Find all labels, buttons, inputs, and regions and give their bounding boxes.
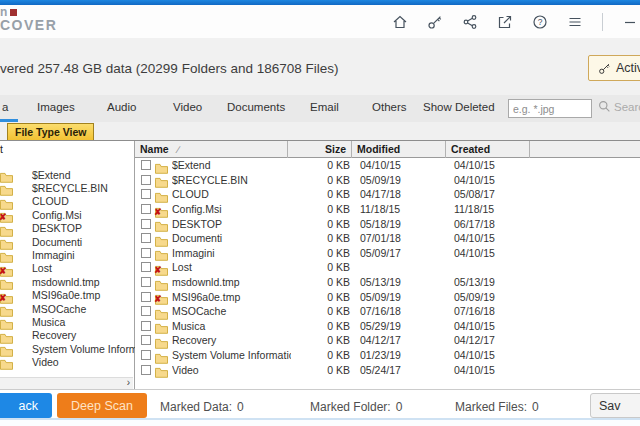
menu-icon[interactable]	[567, 14, 583, 30]
table-row[interactable]: ✘ Video 0 KB 05/24/17 04/10/15	[135, 362, 640, 377]
deep-scan-button[interactable]: Deep Scan	[57, 393, 147, 418]
file-table: Name∕ Size Modified Created ✘ $Extend 0 …	[135, 141, 640, 390]
row-checkbox[interactable]	[141, 233, 151, 243]
table-row[interactable]: ✘ MSOCache 0 KB 07/16/18 07/16/18	[135, 304, 640, 319]
tree-horizontal-scrollbar[interactable]: ›	[0, 377, 133, 389]
table-row[interactable]: ✘ CLOUD 0 KB 04/17/18 05/08/17	[135, 187, 640, 202]
search-input[interactable]	[508, 99, 592, 118]
tree-item-label: Recovery	[32, 329, 76, 341]
table-row[interactable]: ✘ DESKTOP 0 KB 05/18/19 06/17/18	[135, 216, 640, 231]
row-checkbox[interactable]	[141, 292, 151, 302]
folder-icon: ✘	[0, 236, 13, 247]
row-checkbox[interactable]	[141, 306, 151, 316]
table-row[interactable]: ✘ Immagini 0 KB 05/09/17 04/10/15	[135, 246, 640, 261]
cell-name: MSI96a0e.tmp	[172, 291, 291, 303]
activate-button[interactable]: Activ	[588, 55, 640, 81]
row-checkbox[interactable]	[141, 350, 151, 360]
table-row[interactable]: ✘ Recovery 0 KB 04/12/17 04/12/17	[135, 333, 640, 348]
tree-item[interactable]: ✘ Video	[0, 355, 135, 368]
folder-icon: ✘	[0, 196, 13, 207]
tab-images[interactable]: Images	[37, 101, 75, 113]
tab-email[interactable]: Email	[310, 101, 339, 113]
tree-item[interactable]: ✘ Immagini	[0, 248, 135, 261]
column-header-name[interactable]: Name∕	[135, 141, 288, 158]
tree-items: ✘ $Extend ✘ $RECYCLE.BIN ✘ CLOUD ✘ Confi…	[0, 168, 135, 369]
table-row[interactable]: ✘ MSI96a0e.tmp 0 KB 05/09/19 05/09/19	[135, 289, 640, 304]
cell-size: 0 KB	[291, 305, 355, 317]
tree-item[interactable]: ✘ System Volume Information	[0, 342, 135, 355]
row-checkbox[interactable]	[141, 219, 151, 229]
table-row[interactable]: ✘ $Extend 0 KB 04/10/15 04/10/15	[135, 158, 640, 173]
tab-documents[interactable]: Documents	[227, 101, 285, 113]
scroll-right-arrow-icon[interactable]: ›	[127, 377, 130, 388]
tree-item-label: DESKTOP	[32, 222, 82, 234]
folder-icon: ✘	[155, 160, 168, 171]
tab-show-deleted[interactable]: Show Deleted	[423, 101, 495, 113]
titlebar: n COVER ?	[0, 5, 640, 38]
tree-item-label: Documenti	[32, 236, 82, 248]
row-checkbox[interactable]	[141, 335, 151, 345]
row-checkbox[interactable]	[141, 160, 151, 170]
cell-created: 04/10/15	[449, 320, 533, 332]
row-checkbox[interactable]	[141, 365, 151, 375]
table-row[interactable]: ✘ Musica 0 KB 05/29/19 04/10/15	[135, 319, 640, 334]
share-icon[interactable]	[462, 14, 478, 30]
cell-created: 04/12/17	[449, 334, 533, 346]
folder-icon: ✘	[0, 303, 13, 314]
cell-name: Video	[172, 364, 291, 376]
search-button[interactable]: Search	[598, 100, 640, 113]
file-type-view-tab[interactable]: File Type View	[7, 123, 94, 140]
table-row[interactable]: ✘ System Volume Information 0 KB 01/23/1…	[135, 348, 640, 363]
table-row[interactable]: ✘ Documenti 0 KB 07/01/18 04/10/15	[135, 231, 640, 246]
cell-size: 0 KB	[291, 261, 355, 273]
row-checkbox[interactable]	[141, 321, 151, 331]
tree-item[interactable]: ✘ Lost	[0, 262, 135, 275]
tab-video[interactable]: Video	[173, 101, 202, 113]
key-icon[interactable]	[427, 14, 443, 30]
column-header-size[interactable]: Size	[288, 141, 352, 158]
cell-modified: 07/16/18	[355, 305, 449, 317]
column-header-modified[interactable]: Modified	[352, 141, 446, 158]
row-checkbox[interactable]	[141, 204, 151, 214]
tab-all-data[interactable]: a	[2, 101, 8, 113]
tree-item[interactable]: ✘ Recovery	[0, 329, 135, 342]
tree-item[interactable]: ✘ Documenti	[0, 235, 135, 248]
tree-item[interactable]: ✘ $Extend	[0, 168, 135, 181]
tree-item[interactable]: ✘ Config.Msi	[0, 208, 135, 221]
external-link-icon[interactable]	[497, 14, 513, 30]
column-header-created[interactable]: Created	[446, 141, 530, 158]
row-checkbox[interactable]	[141, 248, 151, 258]
tree-item[interactable]: ✘ CLOUD	[0, 195, 135, 208]
save-button[interactable]: Sav	[590, 393, 640, 418]
tree-item[interactable]: ✘ MSOCache	[0, 302, 135, 315]
tab-audio[interactable]: Audio	[107, 101, 136, 113]
tree-item[interactable]: ✘ $RECYCLE.BIN	[0, 181, 135, 194]
folder-icon: ✘	[0, 316, 13, 327]
category-tabbar: a Images Audio Video Documents Email Oth…	[0, 95, 640, 122]
tree-item[interactable]: ✘ Musica	[0, 315, 135, 328]
table-row[interactable]: ✘ Lost 0 KB	[135, 260, 640, 275]
back-button[interactable]: ack	[0, 393, 52, 418]
row-checkbox[interactable]	[141, 277, 151, 287]
row-checkbox[interactable]	[141, 262, 151, 272]
row-checkbox[interactable]	[141, 175, 151, 185]
table-row[interactable]: ✘ msdownld.tmp 0 KB 05/13/19 05/13/19	[135, 275, 640, 290]
column-header-empty	[530, 141, 640, 158]
cell-modified: 04/12/17	[355, 334, 449, 346]
tree-root-fragment[interactable]: t	[0, 143, 8, 155]
file-table-body: ✘ $Extend 0 KB 04/10/15 04/10/15 ✘ $RECY…	[135, 158, 640, 377]
table-row[interactable]: ✘ Config.Msi 0 KB 11/18/15 11/18/15	[135, 202, 640, 217]
tree-item[interactable]: ✘ DESKTOP	[0, 222, 135, 235]
table-row[interactable]: ✘ $RECYCLE.BIN 0 KB 05/09/19 04/10/15	[135, 173, 640, 188]
cell-size: 0 KB	[291, 188, 355, 200]
logo-line-bottom: COVER	[0, 19, 57, 32]
minimize-icon[interactable]	[622, 14, 638, 30]
home-icon[interactable]	[392, 14, 408, 30]
tree-item-label: $RECYCLE.BIN	[32, 182, 108, 194]
help-icon[interactable]: ?	[532, 14, 548, 30]
cell-name: Recovery	[172, 334, 291, 346]
row-checkbox[interactable]	[141, 189, 151, 199]
tree-item[interactable]: ✘ msdownld.tmp	[0, 275, 135, 288]
tab-others[interactable]: Others	[372, 101, 407, 113]
tree-item[interactable]: ✘ MSI96a0e.tmp	[0, 289, 135, 302]
